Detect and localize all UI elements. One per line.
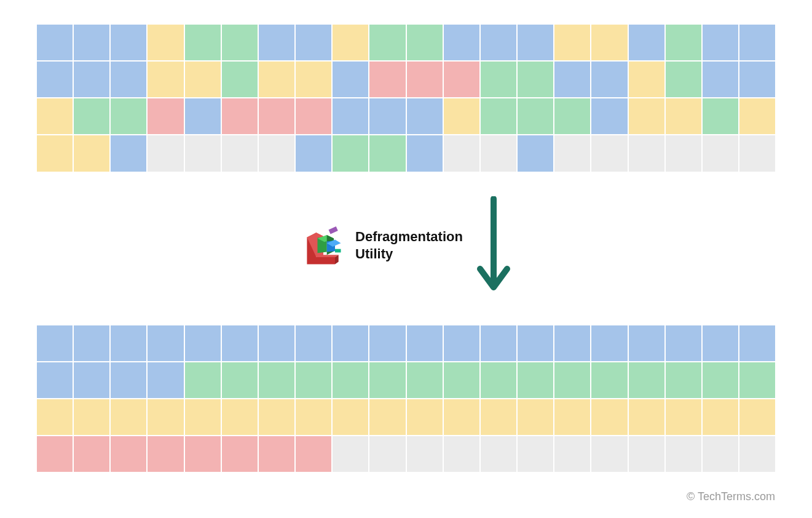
disk-block-green: [554, 362, 590, 398]
disk-block-blue: [703, 325, 738, 361]
disk-block-red: [444, 62, 479, 97]
disk-block-green: [481, 98, 516, 134]
disk-block-green: [703, 362, 738, 398]
disk-block-yellow: [629, 399, 664, 435]
disk-block-gray: [148, 135, 183, 171]
disk-block-yellow: [703, 399, 738, 435]
disk-block-gray: [481, 436, 516, 472]
disk-block-gray: [739, 135, 775, 171]
disk-block-blue: [407, 135, 443, 171]
disk-block-red: [148, 436, 183, 472]
svg-rect-2: [329, 226, 338, 234]
disk-block-yellow: [37, 98, 73, 134]
disk-block-gray: [481, 135, 516, 171]
disk-block-yellow: [259, 399, 294, 435]
disk-block-yellow: [148, 25, 183, 60]
disk-block-blue: [222, 325, 258, 361]
disk-block-green: [333, 362, 368, 398]
disk-block-gray: [444, 436, 479, 472]
disk-block-yellow: [111, 399, 146, 435]
disk-block-green: [518, 62, 553, 97]
disk-block-yellow: [444, 399, 479, 435]
disk-block-gray: [407, 436, 443, 472]
disk-block-green: [666, 362, 701, 398]
utility-label-line2: Utility: [355, 245, 463, 263]
disk-block-gray: [666, 436, 701, 472]
disk-block-gray: [666, 135, 701, 171]
disk-block-green: [407, 362, 443, 398]
disk-block-yellow: [518, 399, 553, 435]
disk-block-gray: [185, 135, 221, 171]
disk-block-blue: [518, 135, 553, 171]
disk-block-blue: [739, 325, 775, 361]
disk-block-red: [259, 98, 294, 134]
disk-block-red: [185, 436, 221, 472]
disk-block-green: [629, 362, 664, 398]
disk-block-yellow: [185, 62, 221, 97]
disk-block-red: [111, 436, 146, 472]
disk-block-blue: [111, 325, 146, 361]
defragmented-disk-grid: [37, 325, 775, 472]
disk-block-blue: [74, 325, 109, 361]
disk-block-green: [222, 62, 258, 97]
disk-block-red: [222, 98, 258, 134]
disk-block-gray: [222, 135, 258, 171]
disk-block-green: [222, 362, 258, 398]
disk-block-blue: [666, 325, 701, 361]
disk-block-gray: [629, 436, 664, 472]
disk-block-blue: [591, 98, 627, 134]
disk-block-blue: [407, 98, 443, 134]
disk-block-yellow: [259, 62, 294, 97]
disk-block-green: [222, 25, 258, 60]
disk-block-gray: [444, 135, 479, 171]
disk-block-green: [74, 98, 109, 134]
disk-block-green: [481, 362, 516, 398]
defrag-utility-icon: [300, 222, 347, 269]
disk-block-green: [407, 25, 443, 60]
disk-block-blue: [37, 362, 73, 398]
down-arrow-icon: [475, 196, 512, 295]
disk-block-blue: [111, 135, 146, 171]
utility-label-line1: Defragmentation: [355, 228, 463, 245]
disk-block-blue: [554, 62, 590, 97]
disk-block-yellow: [296, 399, 331, 435]
svg-rect-3: [335, 249, 341, 252]
disk-block-blue: [185, 325, 221, 361]
disk-block-blue: [333, 98, 368, 134]
disk-block-green: [111, 98, 146, 134]
disk-block-blue: [37, 325, 73, 361]
disk-block-blue: [259, 25, 294, 60]
disk-block-blue: [296, 135, 331, 171]
disk-block-red: [222, 436, 258, 472]
disk-block-blue: [591, 62, 627, 97]
disk-block-yellow: [666, 399, 701, 435]
disk-block-green: [666, 25, 701, 60]
disk-block-blue: [481, 325, 516, 361]
disk-block-gray: [554, 436, 590, 472]
disk-block-blue: [444, 325, 479, 361]
disk-block-green: [666, 62, 701, 97]
disk-block-blue: [296, 325, 331, 361]
disk-block-green: [518, 362, 553, 398]
disk-block-red: [37, 436, 73, 472]
fragmented-disk-grid: [37, 25, 775, 172]
disk-block-yellow: [296, 62, 331, 97]
disk-block-green: [259, 362, 294, 398]
disk-block-yellow: [185, 399, 221, 435]
disk-block-blue: [518, 325, 553, 361]
utility-label: Defragmentation Utility: [355, 228, 463, 262]
disk-block-gray: [629, 135, 664, 171]
disk-block-blue: [111, 362, 146, 398]
disk-block-blue: [444, 25, 479, 60]
disk-block-green: [333, 135, 368, 171]
defrag-middle: Defragmentation Utility: [37, 196, 775, 295]
disk-block-yellow: [739, 399, 775, 435]
disk-block-blue: [37, 62, 73, 97]
disk-block-blue: [74, 25, 109, 60]
disk-block-yellow: [74, 399, 109, 435]
disk-block-yellow: [629, 62, 664, 97]
disk-block-yellow: [333, 25, 368, 60]
disk-block-yellow: [222, 399, 258, 435]
disk-block-gray: [591, 135, 627, 171]
disk-block-green: [185, 25, 221, 60]
